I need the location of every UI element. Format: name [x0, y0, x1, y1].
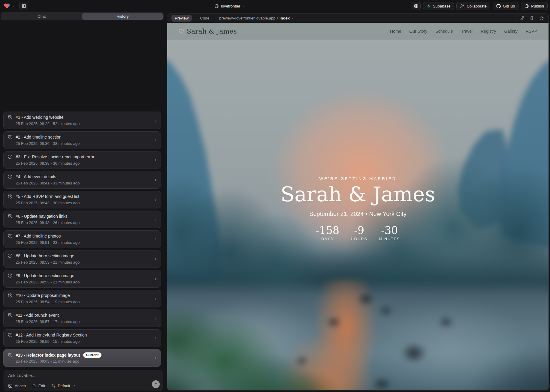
- history-item-title: #4 - Add event details: [16, 174, 56, 179]
- site-nav-link[interactable]: Our Story: [409, 29, 427, 34]
- chevron-down-icon: [242, 4, 246, 8]
- app-topbar: lovefrontier Supabase Collaborate: [0, 0, 550, 12]
- history-item-title: #11 - Add brunch event: [16, 313, 59, 318]
- settings-button[interactable]: [412, 2, 421, 10]
- history-item-timestamp: 25 Feb 2025, 08:57 - 17 minutes ago: [8, 319, 150, 324]
- site-nav-link[interactable]: RSVP: [526, 29, 537, 34]
- wedding-site-preview: Sarah & James Home Our Story Schedule Tr…: [167, 23, 548, 390]
- users-icon: [460, 4, 464, 8]
- history-item[interactable]: #4 - Add event details 25 Feb 2025, 08:4…: [3, 171, 161, 189]
- countdown-value: -158: [316, 225, 340, 236]
- locate-icon: [32, 384, 36, 388]
- history-icon: [8, 293, 13, 298]
- toggle-sidebar-button[interactable]: [20, 2, 28, 10]
- site-nav-link[interactable]: Home: [390, 29, 401, 34]
- project-name: lovefrontier: [221, 4, 240, 8]
- history-item-timestamp: 25 Feb 2025, 08:53 - 21 minutes ago: [8, 280, 150, 284]
- attach-button[interactable]: Attach: [8, 384, 26, 388]
- countdown-value: -30: [379, 225, 400, 236]
- tab-chat[interactable]: Chat: [1, 13, 82, 20]
- preview-url[interactable]: preview--lovefrontier.lovable.app / inde…: [219, 16, 295, 20]
- mode-select[interactable]: Default: [51, 384, 75, 388]
- gear-icon: [414, 4, 419, 8]
- countdown-label: DAYS: [316, 237, 340, 241]
- chevron-right-icon: [153, 316, 158, 321]
- chevron-right-icon: [153, 138, 158, 142]
- mobile-view-button[interactable]: [530, 16, 534, 20]
- history-item[interactable]: #8 - Update hero section image 25 Feb 20…: [3, 250, 161, 268]
- history-item[interactable]: #12 - Add Honeyfund Registry Section 25 …: [3, 329, 161, 347]
- history-item-timestamp: 25 Feb 2025, 08:51 - 23 minutes ago: [8, 240, 150, 245]
- history-icon: [8, 115, 13, 120]
- history-icon: [8, 154, 13, 159]
- history-icon: [8, 253, 13, 258]
- preview-url-path: index: [280, 16, 290, 20]
- history-item[interactable]: #3 - Fix: Resolve Lucide-react import er…: [3, 151, 161, 169]
- attach-label: Attach: [15, 384, 26, 388]
- github-label: GitHub: [503, 4, 515, 8]
- history-item[interactable]: #11 - Add brunch event 25 Feb 2025, 08:5…: [3, 310, 161, 327]
- heart-outline-icon: [179, 28, 184, 34]
- tab-history[interactable]: History: [82, 13, 163, 20]
- lovable-logo-menu[interactable]: [4, 3, 15, 9]
- chevron-down-icon: [291, 16, 295, 20]
- history-item-title: #3 - Fix: Resolve Lucide-react import er…: [16, 154, 94, 159]
- history-item-title: #10 - Update proposal image: [16, 293, 70, 298]
- github-icon: [496, 4, 501, 8]
- history-item[interactable]: #7 - Add timeline photos 25 Feb 2025, 08…: [3, 230, 161, 248]
- history-item[interactable]: #9 - Update hero section image 25 Feb 20…: [3, 270, 161, 288]
- history-item[interactable]: #1 - Add wedding website 25 Feb 2025, 08…: [3, 112, 161, 129]
- history-item[interactable]: #13 - Refactor index page layout Current…: [3, 349, 161, 367]
- sidebar: Chat History #1 - Add wedding website 25…: [1, 12, 164, 391]
- history-item-title: #9 - Update hero section image: [16, 273, 74, 278]
- site-header: Sarah & James Home Our Story Schedule Tr…: [167, 23, 548, 40]
- site-nav-link[interactable]: Travel: [461, 29, 473, 34]
- edit-label: Edit: [38, 384, 45, 388]
- history-item-title: #2 - Add timeline section: [16, 135, 62, 139]
- history-icon: [8, 135, 13, 139]
- countdown-value: -9: [349, 225, 369, 236]
- collaborate-label: Collaborate: [467, 4, 487, 8]
- countdown-cell: -158 DAYS: [316, 225, 340, 241]
- open-external-button[interactable]: [519, 16, 524, 20]
- history-item-title: #7 - Add timeline photos: [16, 234, 61, 238]
- site-nav-link[interactable]: Schedule: [435, 29, 453, 34]
- edit-button[interactable]: Edit: [32, 384, 45, 388]
- github-button[interactable]: GitHub: [493, 2, 518, 10]
- history-item[interactable]: #6 - Update navigation links 25 Feb 2025…: [3, 211, 161, 228]
- lovable-heart-logo: [4, 3, 10, 9]
- publish-button[interactable]: Publish: [521, 2, 548, 10]
- send-button[interactable]: [152, 380, 160, 388]
- chevron-right-icon: [153, 297, 158, 301]
- site-brand[interactable]: Sarah & James: [179, 28, 237, 35]
- refresh-button[interactable]: [539, 16, 544, 20]
- chevron-down-icon: [11, 4, 15, 8]
- tab-preview[interactable]: Preview: [171, 15, 192, 22]
- image-icon: [8, 384, 13, 388]
- site-nav-link[interactable]: Gallery: [504, 29, 518, 34]
- ask-lovable-input[interactable]: [8, 373, 144, 378]
- countdown-cell: -9 HOURS: [349, 225, 369, 241]
- history-icon: [8, 174, 13, 179]
- history-item[interactable]: #10 - Update proposal image 25 Feb 2025,…: [3, 290, 161, 307]
- site-nav-link[interactable]: Registry: [481, 29, 496, 34]
- supabase-button[interactable]: Supabase: [423, 2, 454, 10]
- history-item[interactable]: #5 - Add RSVP form and guest list 25 Feb…: [3, 191, 161, 208]
- chevron-right-icon: [153, 237, 158, 241]
- panel-left-icon: [21, 4, 26, 8]
- project-switcher[interactable]: lovefrontier: [214, 0, 246, 12]
- history-item-timestamp: 25 Feb 2025, 09:03 - 11 minutes ago: [8, 359, 150, 364]
- tab-code[interactable]: Code: [197, 15, 213, 22]
- history-item[interactable]: #2 - Add timeline section 25 Feb 2025, 0…: [3, 131, 161, 149]
- history-item-timestamp: 25 Feb 2025, 08:59 - 15 minutes ago: [8, 339, 150, 344]
- mode-label: Default: [58, 384, 70, 388]
- collaborate-button[interactable]: Collaborate: [456, 2, 490, 10]
- preview-toolbar: Preview Code preview--lovefrontier.lovab…: [167, 13, 548, 23]
- chevron-right-icon: [153, 257, 158, 261]
- history-item-timestamp: 25 Feb 2025, 08:22 - 52 minutes ago: [8, 121, 150, 126]
- history-item-timestamp: 25 Feb 2025, 08:53 - 21 minutes ago: [8, 260, 150, 265]
- countdown-cell: -30 MINUTES: [379, 225, 400, 241]
- history-icon: [8, 214, 13, 219]
- countdown-label: HOURS: [349, 237, 369, 241]
- hero-section: WE'RE GETTING MARRIED Sarah & James Sept…: [167, 176, 548, 241]
